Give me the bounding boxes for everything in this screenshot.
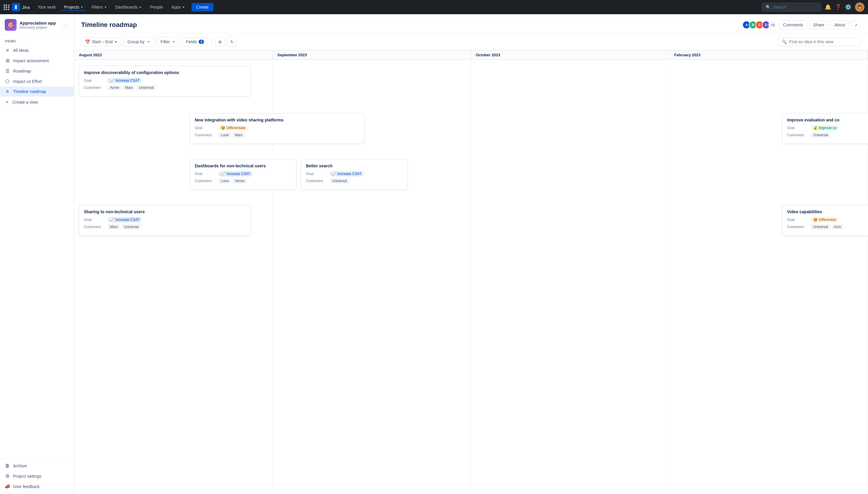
- sidebar-item-all-ideas[interactable]: ≡ All ideas: [0, 45, 74, 55]
- idea-card-3[interactable]: Dashboards for non-technical users Goal …: [190, 159, 296, 190]
- trend-icon: 📈: [110, 218, 114, 222]
- idea-card-4[interactable]: Better search Goal 📈 Increase CSAT Custo…: [301, 159, 408, 190]
- create-button[interactable]: Create: [192, 3, 214, 11]
- card-2-customer-lune: Lune: [218, 132, 231, 138]
- roadmap-icon: ☰: [5, 68, 10, 74]
- card-6-goal-field: Goal 💰 Improve co: [787, 125, 863, 131]
- avatar-extra-count[interactable]: +3: [768, 21, 777, 29]
- idea-card-2[interactable]: New integration with video sharing platf…: [190, 113, 365, 144]
- avatar-group: A B C D +3: [742, 21, 777, 29]
- help-icon[interactable]: ❓: [835, 4, 841, 11]
- find-input-container[interactable]: 🔍: [778, 37, 861, 46]
- card-2-goal-tag: 🤩 Differentiate: [218, 125, 248, 131]
- nav-people[interactable]: People: [147, 3, 166, 11]
- filter-button[interactable]: Filter ＋: [157, 37, 180, 46]
- timeline-container: August 2023 September 2023 October 2023 …: [74, 50, 868, 494]
- idea-card-5[interactable]: Sharing to non-technical users Goal 📈 In…: [79, 205, 251, 236]
- card-1-customer-universal: Universal: [137, 85, 156, 90]
- settings-icon: ⚙: [5, 473, 10, 479]
- nav-filters[interactable]: Filters ▼: [89, 3, 110, 11]
- card-4-goal-label: Goal: [306, 172, 327, 176]
- card-5-goal-field: Goal 📈 Increase CSAT: [84, 217, 246, 223]
- card-3-customers-label: Customers: [195, 179, 216, 183]
- expand-button[interactable]: ⤢: [851, 20, 861, 30]
- refresh-button[interactable]: ↻: [227, 37, 237, 46]
- sidebar-project-settings[interactable]: ⚙ Project settings: [0, 471, 74, 481]
- card-1-goal-label: Goal: [84, 78, 105, 83]
- month-september: September 2023: [273, 50, 471, 59]
- card-1-goal-field: Goal 📈 Increase CSAT: [84, 78, 246, 83]
- project-name: Appreciation app: [20, 20, 59, 25]
- about-button[interactable]: About: [830, 20, 849, 29]
- nav-projects[interactable]: Projects ▼: [61, 3, 86, 11]
- grid-icon: ⊞: [5, 58, 10, 63]
- money-icon: 💰: [813, 126, 818, 130]
- group-by-button[interactable]: Group by ＋: [124, 37, 155, 46]
- sidebar-label-roadmap: Roadmap: [13, 69, 69, 73]
- card-2-customer-mars: Mars: [232, 132, 245, 138]
- fields-button[interactable]: Fields 3: [182, 37, 208, 46]
- date-range-button[interactable]: 📅 Start – End ▼: [81, 37, 121, 46]
- card-1-title: Improve discoverability of configuration…: [84, 70, 246, 75]
- idea-card-1[interactable]: Improve discoverability of configuration…: [79, 66, 251, 97]
- card-2-title: New integration with video sharing platf…: [195, 118, 360, 122]
- header-actions: A B C D +3 Comments Share About ⤢: [742, 20, 861, 30]
- nav-apps[interactable]: Apps ▼: [168, 3, 188, 11]
- card-7-title: Video capabilities: [787, 209, 863, 214]
- nav-your-work[interactable]: Your work: [35, 3, 59, 11]
- idea-card-6[interactable]: Improve evaluation and co Goal 💰 Improve…: [782, 113, 868, 144]
- nav-dashboards[interactable]: Dashboards ▼: [112, 3, 145, 11]
- sidebar-label-impact-vs-effort: Impact vs Effort: [13, 79, 69, 84]
- card-6-title: Improve evaluation and co: [787, 118, 863, 122]
- find-input[interactable]: [789, 39, 857, 44]
- jira-logo[interactable]: Jira: [12, 3, 30, 11]
- app-body: 🎯 Appreciation app Discovery project ‹ V…: [0, 14, 868, 494]
- card-2-goal-label: Goal: [195, 126, 216, 130]
- card-1-customer-mars: Mars: [123, 85, 135, 90]
- trend-icon: 📈: [110, 78, 114, 83]
- sidebar-create-view[interactable]: ＋ Create a view: [0, 97, 74, 108]
- month-october: October 2023: [471, 50, 670, 59]
- plus-icon: ＋: [5, 99, 10, 105]
- card-4-customers-field: Customers Universal: [306, 178, 402, 184]
- sidebar: 🎯 Appreciation app Discovery project ‹ V…: [0, 14, 74, 494]
- search-input[interactable]: [773, 5, 817, 10]
- page-header: Timeline roadmap A B C D +3 Comments Sha…: [74, 14, 868, 34]
- sidebar-toggle[interactable]: ‹: [62, 21, 69, 28]
- apps-grid-icon[interactable]: [3, 4, 10, 10]
- card-5-customer-universal: Universal: [122, 224, 141, 229]
- comments-button[interactable]: Comments: [779, 20, 807, 29]
- card-4-goal-field: Goal 📈 Increase CSAT: [306, 171, 402, 176]
- share-button[interactable]: Share: [809, 20, 828, 29]
- search-box[interactable]: 🔍: [762, 3, 821, 12]
- views-label: VIEWS: [0, 39, 74, 45]
- sidebar-archive[interactable]: 🗑 Archive: [0, 461, 74, 471]
- sidebar-item-roadmap[interactable]: ☰ Roadmap: [0, 66, 74, 76]
- view-options-button[interactable]: ⊞: [215, 37, 225, 46]
- timeline-icon: ≡: [5, 89, 10, 94]
- idea-card-7[interactable]: Video capabilities Goal 🤩 Differentiat C…: [782, 205, 868, 236]
- col-october: [471, 60, 670, 494]
- search-icon: 🔍: [766, 5, 771, 10]
- sidebar-give-feedback[interactable]: 📣 Give feedback: [0, 481, 74, 492]
- user-avatar[interactable]: 👩: [855, 2, 865, 12]
- card-2-goal-field: Goal 🤩 Differentiate: [195, 125, 360, 131]
- settings-icon[interactable]: ⚙️: [845, 4, 851, 11]
- sidebar-item-impact-vs-effort[interactable]: ⬡ Impact vs Effort: [0, 76, 74, 87]
- card-4-customers-label: Customers: [306, 179, 327, 183]
- card-5-title: Sharing to non-technical users: [84, 209, 246, 214]
- card-6-customers-label: Customers: [787, 133, 808, 137]
- card-5-customers-label: Customers: [84, 225, 105, 229]
- card-5-customer-mars: Mars: [108, 224, 120, 229]
- timeline-months-header: August 2023 September 2023 October 2023 …: [74, 50, 868, 60]
- fields-count-badge: 3: [199, 40, 204, 44]
- card-3-customer-venus: Venus: [232, 178, 247, 184]
- calendar-icon: 📅: [85, 39, 90, 44]
- card-3-title: Dashboards for non-technical users: [195, 164, 291, 168]
- sidebar-item-impact-assessment[interactable]: ⊞ Impact assessment: [0, 55, 74, 66]
- feedback-icon: 📣: [5, 483, 10, 489]
- notifications-icon[interactable]: 🔔: [825, 4, 831, 11]
- card-6-goal-tag: 💰 Improve co: [811, 125, 839, 131]
- card-1-customers-label: Customers: [84, 86, 105, 90]
- sidebar-item-timeline-roadmap[interactable]: ≡ Timeline roadmap: [0, 87, 74, 97]
